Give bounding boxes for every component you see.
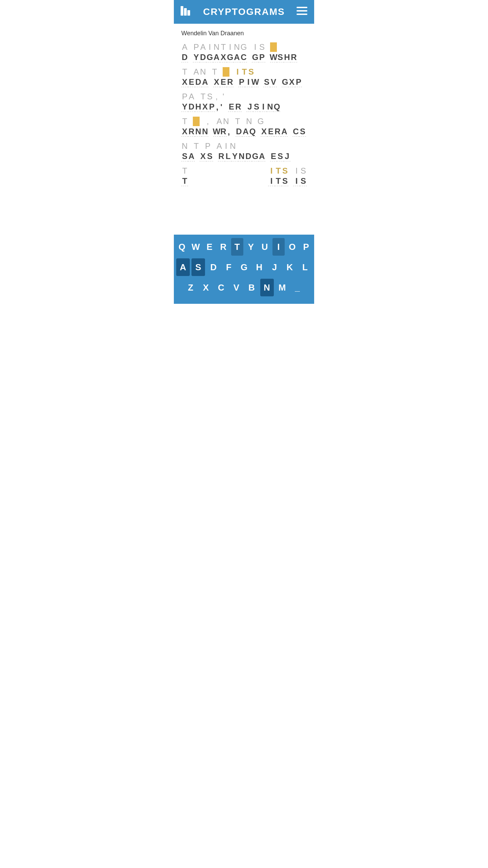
cip-char[interactable]: S — [277, 53, 284, 62]
cip-char[interactable]: A — [281, 127, 288, 137]
sol-word[interactable]: P — [204, 141, 211, 151]
cip-char[interactable]: W — [213, 127, 220, 137]
cip-char[interactable]: G — [252, 53, 259, 62]
sol-word[interactable]: P A — [181, 92, 195, 101]
cip-char[interactable]: N — [202, 127, 208, 137]
cip-char[interactable]: X — [261, 127, 267, 137]
sol-char[interactable]: I — [206, 42, 213, 52]
cip-char[interactable]: D — [181, 53, 188, 62]
cip-char[interactable]: Y — [181, 102, 188, 112]
sol-char[interactable]: N — [246, 117, 252, 126]
cip-char[interactable]: R — [235, 102, 242, 112]
key-H[interactable]: H — [252, 258, 266, 276]
sol-char[interactable]: A — [216, 141, 223, 151]
sol-word[interactable]: G — [257, 117, 264, 126]
key-underscore[interactable]: _ — [291, 279, 304, 296]
sol-char[interactable]: , — [204, 117, 211, 126]
cip-char[interactable]: R — [274, 127, 281, 137]
cip-char[interactable]: A — [213, 53, 220, 62]
cip-char[interactable]: D — [245, 152, 252, 161]
cip-char[interactable]: I — [245, 77, 252, 87]
sol-char[interactable]: N — [200, 67, 206, 77]
key-Q[interactable]: Q — [176, 238, 188, 256]
sol-char[interactable]: N — [223, 117, 229, 126]
cip-char[interactable]: S — [282, 176, 288, 186]
sol-char[interactable]: N — [213, 42, 220, 52]
cip-char[interactable]: S — [181, 152, 188, 161]
cip-char[interactable]: N — [238, 152, 245, 161]
sol-char[interactable]: A — [200, 42, 206, 52]
key-R[interactable]: R — [217, 238, 229, 256]
cip-char[interactable]: W — [252, 77, 259, 87]
cip-char[interactable]: G — [252, 152, 259, 161]
sol-char-gold[interactable]: I — [234, 67, 241, 77]
cip-char[interactable]: G — [282, 77, 288, 87]
sol-char[interactable]: N — [229, 141, 236, 151]
cip-char[interactable]: X — [181, 127, 188, 137]
sol-word[interactable]: I S — [252, 42, 265, 52]
hamburger-icon[interactable] — [297, 7, 307, 17]
key-E[interactable]: E — [203, 238, 216, 256]
sol-char[interactable]: I — [227, 42, 233, 52]
sol-word[interactable]: T — [181, 67, 188, 77]
cip-char[interactable]: S — [253, 102, 260, 112]
key-M[interactable]: M — [276, 279, 289, 296]
sol-char[interactable]: I — [252, 42, 259, 52]
cip-char[interactable]: R — [188, 127, 195, 137]
sol-word[interactable]: I S — [293, 166, 307, 176]
cip-char[interactable]: Y — [193, 53, 200, 62]
sol-char[interactable]: P — [181, 92, 188, 101]
sol-word[interactable]: T — [181, 166, 188, 176]
key-F[interactable]: F — [222, 258, 236, 276]
cip-char[interactable]: D — [188, 102, 195, 112]
cip-char[interactable]: Q — [273, 102, 280, 112]
key-Y[interactable]: Y — [245, 238, 257, 256]
cip-char[interactable]: A — [259, 152, 265, 161]
cip-char[interactable]: X — [200, 152, 206, 161]
cip-char[interactable]: A — [233, 53, 240, 62]
sol-word[interactable]: N — [181, 141, 188, 151]
cip-char[interactable]: A — [202, 77, 208, 87]
cip-char[interactable]: S — [206, 152, 213, 161]
cip-char[interactable]: E — [188, 77, 195, 87]
sol-char[interactable]: S — [259, 42, 265, 52]
key-S[interactable]: S — [191, 258, 205, 276]
sol-word[interactable]: N — [246, 117, 252, 126]
sol-word[interactable]: A N — [193, 67, 206, 77]
sol-char-gold[interactable]: S — [248, 67, 255, 77]
cip-char[interactable]: J — [284, 152, 290, 161]
cip-char[interactable]: R — [220, 127, 227, 137]
sol-char[interactable]: I — [223, 141, 229, 151]
sol-char[interactable]: P — [193, 42, 200, 52]
cip-char[interactable]: P — [259, 53, 265, 62]
cip-char[interactable]: D — [236, 127, 242, 137]
key-N[interactable]: N — [260, 279, 274, 296]
key-L[interactable]: L — [298, 258, 312, 276]
key-X[interactable]: X — [199, 279, 213, 296]
cip-char[interactable]: V — [270, 77, 277, 87]
sol-char[interactable]: T — [234, 117, 241, 126]
sol-char[interactable]: , — [213, 92, 220, 101]
sol-char[interactable]: T — [181, 166, 188, 176]
sol-char[interactable]: T — [181, 117, 188, 126]
sol-word[interactable]: T — [181, 117, 188, 126]
key-Z[interactable]: Z — [184, 279, 198, 296]
cip-char[interactable]: R — [290, 53, 297, 62]
cip-char[interactable]: E — [228, 102, 235, 112]
key-P[interactable]: P — [300, 238, 312, 256]
sol-char[interactable]: I — [293, 166, 300, 176]
key-T[interactable]: T — [231, 238, 243, 256]
cip-char[interactable]: C — [292, 127, 299, 137]
cip-char[interactable]: N — [267, 102, 273, 112]
cip-char[interactable]: P — [295, 77, 302, 87]
cip-char[interactable]: X — [288, 77, 295, 87]
cip-char[interactable]: X — [181, 77, 188, 87]
cip-char[interactable]: G — [206, 53, 213, 62]
sol-char[interactable]: S — [206, 92, 213, 101]
cip-char[interactable]: W — [270, 53, 277, 62]
sol-word[interactable]: A — [181, 42, 188, 52]
sol-char[interactable]: A — [216, 117, 223, 126]
sol-word[interactable]: I T S — [234, 67, 255, 77]
key-J[interactable]: J — [268, 258, 281, 276]
sol-char[interactable]: A — [188, 92, 195, 101]
